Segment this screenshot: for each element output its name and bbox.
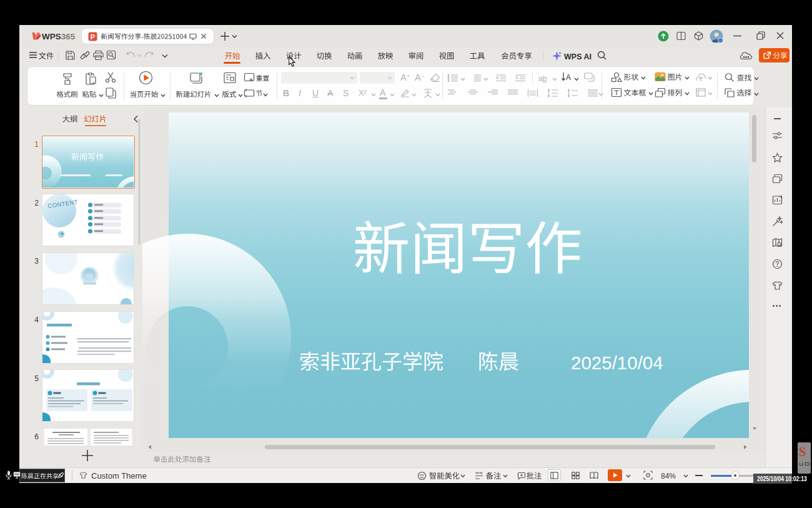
svg-text:P: P <box>91 33 95 41</box>
svg-text:A: A <box>566 73 571 82</box>
svg-text:01: 01 <box>86 272 92 279</box>
